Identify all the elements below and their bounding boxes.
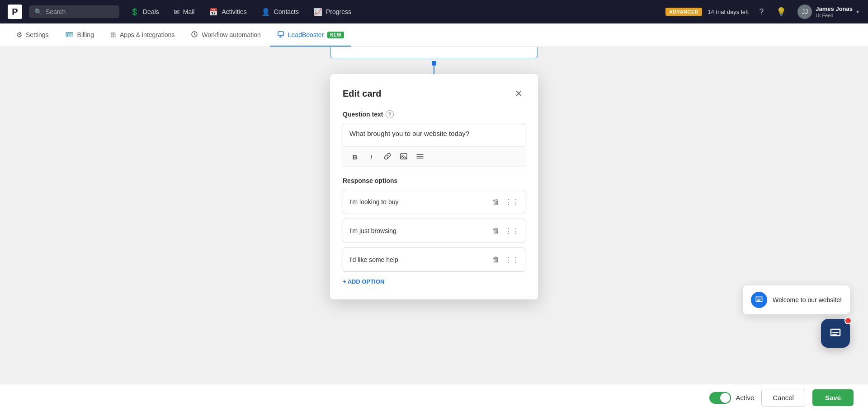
tab-billing[interactable]: 🪪 Billing [58,24,101,46]
bulb-icon: 💡 [776,7,786,17]
search-icon: 🔍 [34,8,42,15]
nav-activities-label: Activities [222,8,246,15]
option-3-drag[interactable]: ⋮⋮ [506,253,519,266]
tab-leadbooster[interactable]: LeadBooster NEW [270,24,351,47]
help-tooltip-button[interactable]: ? [386,110,394,118]
toggle-knob [720,393,730,403]
tab-apps[interactable]: ⊞ Apps & integrations [103,24,182,46]
drag-handle-icon: ⋮⋮ [505,256,519,264]
add-option-button[interactable]: + ADD OPTION [343,276,525,287]
bold-button[interactable]: B [348,150,362,163]
edit-card-modal: Edit card ✕ Question text ? What brought… [330,74,538,299]
pipedrive-logo: P [8,5,22,19]
trial-text: 14 trial days left [708,9,749,15]
chat-launcher-icon [828,325,843,342]
save-button[interactable]: Save [812,389,854,406]
nav-deals[interactable]: 💲 Deals [123,4,166,20]
help-button[interactable]: ? [754,5,769,19]
nav-mail-label: Mail [183,8,195,15]
chat-launcher-button[interactable] [821,319,850,348]
contacts-icon: 👤 [261,8,270,16]
trash-icon: 🗑 [492,227,500,235]
progress-icon: 📈 [313,8,322,16]
user-name-block: James Jonas UI Feed [816,5,853,18]
option-2-text[interactable]: I'm just browsing [349,227,486,234]
svg-point-3 [402,155,403,156]
nav-contacts[interactable]: 👤 Contacts [254,4,306,20]
option-2-drag[interactable]: ⋮⋮ [506,224,519,237]
help-icon: ? [759,7,764,17]
toggle-label: Active [736,394,754,402]
user-menu[interactable]: JJ James Jonas UI Feed ▾ [794,3,863,21]
modal-close-button[interactable]: ✕ [512,87,525,100]
trash-icon: 🗑 [492,198,500,206]
tab-workflow-label: Workflow automation [202,31,260,38]
nav-deals-label: Deals [143,8,159,15]
link-button[interactable] [380,150,395,163]
search-box[interactable]: 🔍 Search [29,5,119,18]
italic-button[interactable]: I [364,150,378,163]
activities-icon: 📅 [209,8,218,16]
response-option-2: I'm just browsing 🗑 ⋮⋮ [343,219,525,243]
new-badge: NEW [327,32,344,38]
response-option-1: I'm looking to buy 🗑 ⋮⋮ [343,190,525,214]
settings-icon: ⚙ [16,31,22,39]
close-icon: ✕ [515,88,523,99]
user-name: James Jonas [816,5,853,13]
tab-settings[interactable]: ⚙ Settings [9,24,56,46]
tab-apps-label: Apps & integrations [120,31,175,38]
toggle-container: Active [709,392,754,404]
billing-icon: 🪪 [65,31,74,39]
notifications-button[interactable]: 💡 [774,5,788,19]
editor-toolbar: B I [343,147,525,167]
image-icon [400,152,408,162]
option-3-delete[interactable]: 🗑 [490,253,502,266]
nav-items: 💲 Deals ✉ Mail 📅 Activities 👤 Contacts 📈… [123,4,665,20]
trash-icon: 🗑 [492,256,500,264]
chat-bubble: Welcome to our website! [743,285,850,314]
logo[interactable]: P [5,2,24,21]
bottom-bar: Active Cancel Save [0,384,868,411]
modal-header: Edit card ✕ [343,87,525,100]
option-3-text[interactable]: I'd like some help [349,256,486,263]
deals-icon: 💲 [130,8,139,16]
notification-dot [844,317,852,324]
svg-rect-1 [278,32,283,36]
tab-workflow[interactable]: Workflow automation [184,24,268,47]
leadbooster-icon [277,31,284,39]
main-content: Edit card ✕ Question text ? What brought… [0,47,868,384]
nav-progress[interactable]: 📈 Progress [306,4,359,20]
tab-leadbooster-label: LeadBooster [288,31,324,38]
question-label: Question text ? [343,110,525,118]
nav-mail[interactable]: ✉ Mail [166,4,202,20]
image-button[interactable] [396,150,411,163]
cancel-button[interactable]: Cancel [761,389,805,406]
drag-handle-icon: ⋮⋮ [505,198,519,206]
modal-title: Edit card [343,89,382,99]
drag-handle-icon: ⋮⋮ [505,227,519,235]
question-text[interactable]: What brought you to our website today? [343,123,525,147]
list-button[interactable] [413,150,427,163]
nav-right: ADVANCED 14 trial days left ? 💡 JJ James… [665,3,863,21]
top-nav: P 🔍 Search 💲 Deals ✉ Mail 📅 Activities 👤… [0,0,868,23]
option-2-delete[interactable]: 🗑 [490,224,502,237]
response-option-3: I'd like some help 🗑 ⋮⋮ [343,248,525,272]
active-toggle[interactable] [709,392,731,404]
search-placeholder: Search [46,8,66,15]
nav-contacts-label: Contacts [274,8,299,15]
workflow-icon [191,31,198,39]
avatar: JJ [797,5,812,19]
nav-activities[interactable]: 📅 Activities [202,4,254,20]
chat-welcome-text: Welcome to our website! [773,296,842,304]
apps-icon: ⊞ [110,31,116,39]
option-1-drag[interactable]: ⋮⋮ [506,196,519,208]
chat-widget: Welcome to our website! [743,285,850,348]
nav-progress-label: Progress [326,8,351,15]
option-1-delete[interactable]: 🗑 [490,196,502,208]
modal-backdrop: Edit card ✕ Question text ? What brought… [0,47,868,384]
tab-billing-label: Billing [77,31,94,38]
chevron-down-icon: ▾ [856,9,859,15]
tab-settings-label: Settings [26,31,49,38]
option-1-text[interactable]: I'm looking to buy [349,198,486,206]
list-icon [416,152,424,162]
